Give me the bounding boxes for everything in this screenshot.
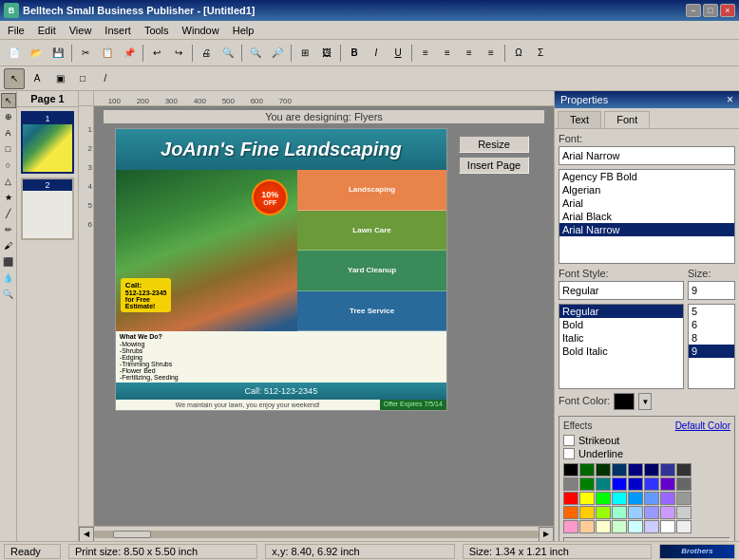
color-green[interactable]: [579, 477, 595, 491]
grid-button[interactable]: ⊞: [294, 43, 315, 64]
flyer-document[interactable]: JoAnn's Fine Landscaping 10% OFF: [115, 128, 447, 411]
color-violet[interactable]: [660, 492, 675, 505]
style-bold-italic[interactable]: Bold Italic: [559, 345, 683, 358]
line-tool[interactable]: /: [95, 68, 116, 89]
canvas-area[interactable]: You are designing: Flyers JoAnn's Fine L…: [94, 106, 554, 526]
color-offwhite[interactable]: [676, 520, 692, 533]
color-teal[interactable]: [596, 477, 611, 491]
size-6[interactable]: 6: [689, 318, 734, 331]
color-ghostblue[interactable]: [644, 520, 659, 533]
page-thumb-1[interactable]: 1: [21, 111, 74, 174]
color-purple[interactable]: [660, 477, 675, 491]
star-tool[interactable]: ★: [1, 190, 16, 205]
align-justify-button[interactable]: ≡: [481, 43, 502, 64]
color-darkest-green[interactable]: [596, 463, 611, 476]
underline-button[interactable]: U: [388, 43, 408, 64]
font-arial[interactable]: Arial: [559, 196, 734, 210]
color-silver[interactable]: [676, 506, 692, 519]
size-list[interactable]: 5 6 8 9: [688, 304, 735, 389]
color-darkgreen[interactable]: [579, 463, 595, 476]
size-5[interactable]: 5: [689, 305, 734, 318]
zoom-in-button[interactable]: 🔍: [245, 43, 266, 64]
font-agency-fb-bold[interactable]: Agency FB Bold: [559, 170, 734, 183]
zoom-out-button[interactable]: 🔎: [267, 43, 288, 64]
color-midgray[interactable]: [676, 477, 692, 491]
color-pink[interactable]: [563, 520, 578, 533]
rect-tool[interactable]: □: [1, 141, 16, 157]
color-black[interactable]: [563, 463, 578, 476]
maximize-button[interactable]: □: [703, 4, 718, 17]
color-orange[interactable]: [563, 506, 578, 519]
menu-window[interactable]: Window: [177, 24, 225, 37]
color-lightgray[interactable]: [676, 492, 692, 505]
menu-edit[interactable]: Edit: [32, 24, 62, 37]
color-gold[interactable]: [579, 506, 595, 519]
minimize-button[interactable]: −: [686, 4, 701, 17]
pointer-tool[interactable]: ↖: [4, 68, 25, 89]
color-medblue[interactable]: [628, 477, 643, 491]
tab-font[interactable]: Font: [604, 111, 650, 128]
style-input[interactable]: [559, 281, 684, 300]
triangle-tool[interactable]: △: [1, 174, 16, 189]
text-tool-v[interactable]: A: [1, 125, 16, 140]
menu-help[interactable]: Help: [227, 24, 260, 37]
paste-button[interactable]: 📌: [119, 43, 140, 64]
new-button[interactable]: 📄: [4, 43, 25, 64]
color-lavender[interactable]: [660, 506, 675, 519]
font-color-dropdown[interactable]: ▼: [638, 393, 652, 410]
color-red[interactable]: [563, 492, 578, 505]
scroll-left-button[interactable]: ◀: [79, 527, 94, 542]
scroll-track-h[interactable]: [94, 531, 539, 538]
color-peach[interactable]: [579, 520, 595, 533]
zoom-tool[interactable]: 🔍: [1, 287, 16, 302]
align-left-button[interactable]: ≡: [415, 43, 436, 64]
size-input[interactable]: [688, 281, 735, 300]
menu-view[interactable]: View: [64, 24, 98, 37]
color-lime[interactable]: [596, 492, 611, 505]
insert-page-button[interactable]: Insert Page: [459, 157, 529, 174]
extra-btn-2[interactable]: Σ: [530, 43, 551, 64]
ellipse-tool[interactable]: ○: [1, 158, 16, 173]
font-list[interactable]: Agency FB Bold Algerian Arial Arial Blac…: [559, 169, 735, 264]
font-input[interactable]: [559, 146, 735, 165]
color-lightyellow[interactable]: [596, 520, 611, 533]
font-algerian[interactable]: Algerian: [559, 183, 734, 196]
brush-tool[interactable]: 🖌: [1, 238, 16, 253]
print-preview-button[interactable]: 🔍: [218, 43, 238, 64]
align-right-button[interactable]: ≡: [459, 43, 480, 64]
color-lightsky[interactable]: [628, 506, 643, 519]
bold-button[interactable]: B: [344, 43, 365, 64]
image-button[interactable]: 🖼: [316, 43, 337, 64]
underline-checkbox[interactable]: [563, 448, 575, 459]
color-blue2[interactable]: [644, 477, 659, 491]
color-navy[interactable]: [628, 463, 643, 476]
color-periwinkle[interactable]: [644, 506, 659, 519]
color-cyan[interactable]: [612, 492, 627, 505]
style-bold[interactable]: Bold: [559, 318, 683, 331]
color-yellow[interactable]: [579, 492, 595, 505]
color-darkblue2[interactable]: [612, 463, 627, 476]
close-button[interactable]: ×: [720, 4, 735, 17]
line-tool-v[interactable]: ╱: [1, 206, 16, 221]
color-darkgray[interactable]: [676, 463, 692, 476]
color-yellowgreen[interactable]: [596, 506, 611, 519]
color-darknavy[interactable]: [644, 463, 659, 476]
properties-close-button[interactable]: ×: [727, 93, 733, 106]
tab-text[interactable]: Text: [558, 111, 601, 128]
resize-button[interactable]: Resize: [459, 136, 529, 153]
color-gray[interactable]: [563, 477, 578, 491]
image-tool[interactable]: ▣: [49, 68, 70, 89]
menu-tools[interactable]: Tools: [139, 24, 175, 37]
align-center-button[interactable]: ≡: [437, 43, 458, 64]
extra-btn-1[interactable]: Ω: [508, 43, 529, 64]
undo-button[interactable]: ↩: [146, 43, 167, 64]
crop-tool[interactable]: ⊕: [1, 109, 16, 124]
font-arial-black[interactable]: Arial Black: [559, 210, 734, 223]
menu-file[interactable]: File: [2, 24, 30, 37]
font-arial-narrow[interactable]: Arial Narrow: [559, 223, 734, 236]
scroll-right-button[interactable]: ▶: [539, 527, 554, 542]
style-list[interactable]: Regular Bold Italic Bold Italic: [559, 304, 684, 389]
color-indigo[interactable]: [660, 463, 675, 476]
color-lightcyan[interactable]: [628, 520, 643, 533]
style-regular[interactable]: Regular: [559, 305, 683, 318]
